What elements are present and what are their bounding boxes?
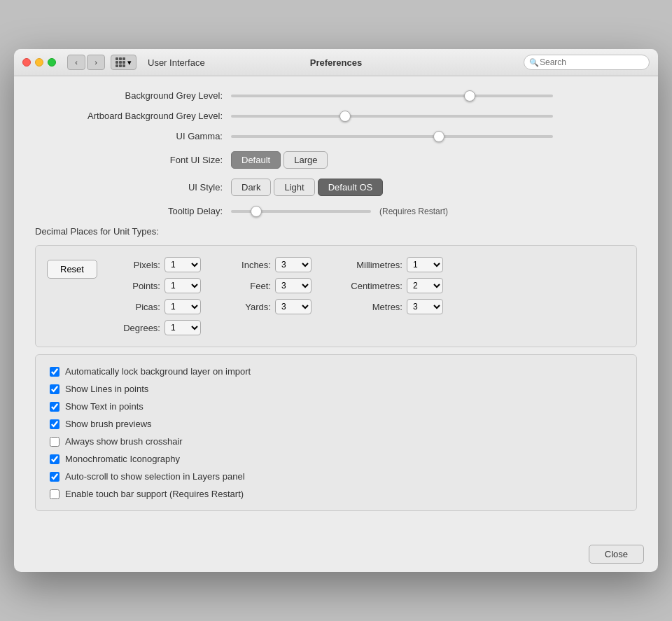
auto-lock-checkbox[interactable] <box>50 367 59 377</box>
decimal-places-panel: Reset Pixels: 1234 Points: <box>35 245 637 347</box>
pixels-select[interactable]: 1234 <box>164 257 201 272</box>
degrees-select[interactable]: 1234 <box>164 320 201 335</box>
tooltip-delay-label: Tooltip Delay: <box>35 206 231 216</box>
traffic-lights <box>22 58 56 67</box>
millimetres-label: Millimetres: <box>332 260 402 270</box>
yards-row: Yards: 1234 <box>222 299 312 314</box>
background-grey-slider-container <box>231 95 637 97</box>
feet-label: Feet: <box>222 281 271 291</box>
unit-col-2: Inches: 1234 Feet: 1234 Yard <box>222 257 312 335</box>
decimal-section-title: Decimal Places for Unit Types: <box>35 226 637 237</box>
inches-select[interactable]: 1234 <box>275 257 312 272</box>
millimetres-row: Millimetres: 1234 <box>332 257 443 272</box>
inches-row: Inches: 1234 <box>222 257 312 272</box>
feet-row: Feet: 1234 <box>222 278 312 293</box>
always-crosshair-checkbox[interactable] <box>50 437 59 447</box>
artboard-grey-row: Artboard Background Grey Level: <box>35 111 637 121</box>
background-grey-label: Background Grey Level: <box>35 90 231 101</box>
decimal-grid: Reset Pixels: 1234 Points: <box>47 257 625 335</box>
content-area: Background Grey Level: Artboard Backgrou… <box>14 76 658 536</box>
show-text-checkbox[interactable] <box>50 402 59 412</box>
show-brush-checkbox[interactable] <box>50 419 59 429</box>
monochromatic-checkbox[interactable] <box>50 454 59 464</box>
grid-icon <box>115 57 125 67</box>
unit-col-1: Pixels: 1234 Points: 1234 Pi <box>111 257 201 335</box>
unit-col-3: Millimetres: 1234 Centimetres: 1234 <box>332 257 443 335</box>
ui-style-row: UI Style: Dark Light Default OS <box>35 179 637 196</box>
breadcrumb: User Interface <box>148 57 205 68</box>
touch-bar-label: Enable touch bar support (Requires Resta… <box>65 489 244 499</box>
ui-gamma-slider-container <box>231 135 637 138</box>
ui-gamma-slider[interactable] <box>231 135 553 138</box>
reset-button[interactable]: Reset <box>47 260 97 279</box>
artboard-grey-slider[interactable] <box>231 115 553 118</box>
millimetres-select[interactable]: 1234 <box>407 257 443 272</box>
centimetres-select[interactable]: 1234 <box>407 278 443 293</box>
show-text-row: Show Text in points <box>50 401 622 412</box>
points-row: Points: 1234 <box>111 278 201 293</box>
auto-lock-row: Automatically lock background layer on i… <box>50 366 622 377</box>
minimize-traffic-light[interactable] <box>35 58 43 67</box>
close-traffic-light[interactable] <box>22 58 31 67</box>
yards-label: Yards: <box>222 302 271 312</box>
degrees-label: Degrees: <box>111 323 160 333</box>
monochromatic-row: Monochromatic Iconography <box>50 454 622 464</box>
artboard-grey-label: Artboard Background Grey Level: <box>35 111 231 121</box>
ui-style-light-button[interactable]: Light <box>274 179 314 196</box>
monochromatic-label: Monochromatic Iconography <box>65 454 180 464</box>
metres-select[interactable]: 1234 <box>407 299 443 314</box>
always-crosshair-row: Always show brush crosshair <box>50 436 622 447</box>
show-lines-checkbox[interactable] <box>50 384 59 394</box>
metres-row: Metres: 1234 <box>332 299 443 314</box>
picas-row: Picas: 1234 <box>111 299 201 314</box>
auto-scroll-label: Auto-scroll to show selection in Layers … <box>65 471 245 482</box>
tooltip-slider-container: (Requires Restart) <box>231 207 448 216</box>
search-wrapper: 🔍 <box>524 55 650 70</box>
touch-bar-checkbox[interactable] <box>50 489 59 499</box>
touch-bar-row: Enable touch bar support (Requires Resta… <box>50 489 622 499</box>
font-size-large-button[interactable]: Large <box>284 151 328 169</box>
window-title: Preferences <box>310 57 362 68</box>
tooltip-restart-note: (Requires Restart) <box>379 207 448 216</box>
ui-style-defaultos-button[interactable]: Default OS <box>318 179 384 196</box>
points-select[interactable]: 1234 <box>164 278 201 293</box>
show-lines-row: Show Lines in points <box>50 384 622 394</box>
font-size-default-button[interactable]: Default <box>231 151 281 169</box>
show-brush-label: Show brush previews <box>65 419 152 429</box>
font-size-button-group: Default Large <box>231 151 328 169</box>
feet-select[interactable]: 1234 <box>275 278 312 293</box>
picas-select[interactable]: 1234 <box>164 299 201 314</box>
always-crosshair-label: Always show brush crosshair <box>65 436 183 447</box>
tooltip-delay-row: Tooltip Delay: (Requires Restart) <box>35 206 637 216</box>
metres-label: Metres: <box>332 302 402 312</box>
degrees-row: Degrees: 1234 <box>111 320 201 335</box>
forward-button[interactable]: › <box>87 55 105 70</box>
auto-scroll-checkbox[interactable] <box>50 472 59 482</box>
chevron-down-icon: ▾ <box>127 58 132 67</box>
bottom-bar: Close <box>14 536 658 572</box>
back-button[interactable]: ‹ <box>67 55 85 70</box>
tooltip-delay-slider[interactable] <box>231 210 371 213</box>
grid-view-button[interactable]: ▾ <box>111 55 136 70</box>
ui-style-dark-button[interactable]: Dark <box>231 179 271 196</box>
auto-scroll-row: Auto-scroll to show selection in Layers … <box>50 471 622 482</box>
preferences-window: ‹ › ▾ User Interface Preferences 🔍 Backg… <box>14 49 658 572</box>
ui-gamma-row: UI Gamma: <box>35 131 637 141</box>
centimetres-label: Centimetres: <box>332 281 402 291</box>
centimetres-row: Centimetres: 1234 <box>332 278 443 293</box>
inches-label: Inches: <box>222 260 271 270</box>
pixels-label: Pixels: <box>111 260 160 270</box>
show-text-label: Show Text in points <box>65 401 144 412</box>
yards-select[interactable]: 1234 <box>275 299 312 314</box>
search-input[interactable] <box>524 55 650 70</box>
nav-buttons: ‹ › <box>67 55 105 70</box>
show-lines-label: Show Lines in points <box>65 384 148 394</box>
close-button[interactable]: Close <box>589 545 644 564</box>
maximize-traffic-light[interactable] <box>48 58 56 67</box>
background-grey-slider[interactable] <box>231 95 553 97</box>
pixels-row: Pixels: 1234 <box>111 257 201 272</box>
auto-lock-label: Automatically lock background layer on i… <box>65 366 251 377</box>
picas-label: Picas: <box>111 302 160 312</box>
font-ui-size-label: Font UI Size: <box>35 155 231 165</box>
font-ui-size-row: Font UI Size: Default Large <box>35 151 637 169</box>
